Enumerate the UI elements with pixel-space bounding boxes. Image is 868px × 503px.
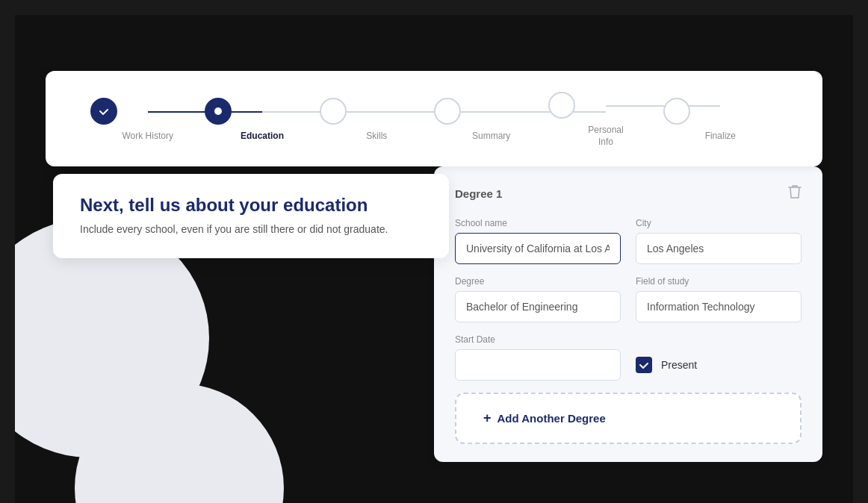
present-checkbox[interactable] bbox=[636, 357, 652, 373]
degree-label: Degree bbox=[455, 276, 621, 287]
info-card-subtitle: Include every school, even if you are st… bbox=[80, 222, 422, 237]
step-circle-work-history bbox=[90, 98, 117, 125]
step-work-history[interactable]: Work History bbox=[90, 98, 205, 143]
city-field: City bbox=[636, 218, 802, 264]
step-skills[interactable]: Skills bbox=[320, 98, 434, 143]
step-circle-skills bbox=[320, 98, 347, 125]
form-row-date-present: Start Date Present bbox=[455, 334, 802, 381]
form-row-degree-field: Degree Field of study bbox=[455, 276, 802, 322]
degree-field: Degree bbox=[455, 276, 621, 322]
step-label-personal-info: PersonalInfo bbox=[588, 125, 623, 148]
step-label-finalize: Finalize bbox=[705, 131, 736, 143]
step-label-skills: Skills bbox=[366, 131, 387, 143]
step-circle-education bbox=[205, 98, 232, 125]
degree-input[interactable] bbox=[455, 291, 621, 322]
start-date-label: Start Date bbox=[455, 334, 621, 345]
school-name-field: School name bbox=[455, 218, 621, 264]
step-label-summary: Summary bbox=[472, 131, 510, 143]
school-name-label: School name bbox=[455, 218, 621, 228]
form-section: Degree 1 School name City bbox=[434, 166, 822, 462]
step-label-education: Education bbox=[241, 131, 284, 143]
step-finalize[interactable]: Finalize bbox=[663, 98, 778, 143]
step-personal-info[interactable]: PersonalInfo bbox=[548, 92, 663, 148]
form-row-school-city: School name City bbox=[455, 218, 802, 264]
info-card: Next, tell us about your education Inclu… bbox=[53, 174, 449, 258]
present-checkbox-field: Present bbox=[636, 342, 802, 373]
start-date-input[interactable] bbox=[455, 349, 621, 381]
field-of-study-label: Field of study bbox=[636, 276, 802, 287]
step-education[interactable]: Education bbox=[205, 98, 319, 143]
progress-card: Work History Education bbox=[46, 71, 822, 166]
field-of-study-field: Field of study bbox=[636, 276, 802, 322]
step-circle-summary bbox=[434, 98, 461, 125]
step-circle-personal-info bbox=[548, 92, 575, 119]
school-name-input[interactable] bbox=[455, 233, 621, 264]
stepper: Work History Education bbox=[90, 92, 778, 148]
add-icon: + bbox=[483, 410, 492, 426]
info-card-title: Next, tell us about your education bbox=[80, 195, 422, 216]
step-circle-finalize bbox=[663, 98, 690, 125]
start-date-field: Start Date bbox=[455, 334, 621, 381]
step-summary[interactable]: Summary bbox=[434, 98, 548, 143]
degree-header: Degree 1 bbox=[455, 184, 802, 203]
add-degree-button[interactable]: + Add Another Degree bbox=[455, 393, 802, 444]
step-label-work-history: Work History bbox=[122, 131, 173, 143]
add-degree-label: Add Another Degree bbox=[497, 412, 606, 425]
city-input[interactable] bbox=[636, 233, 802, 264]
present-label: Present bbox=[661, 359, 697, 371]
field-of-study-input[interactable] bbox=[636, 291, 802, 322]
delete-degree-button[interactable] bbox=[788, 184, 802, 203]
degree-title: Degree 1 bbox=[455, 187, 502, 200]
city-label: City bbox=[636, 218, 802, 228]
